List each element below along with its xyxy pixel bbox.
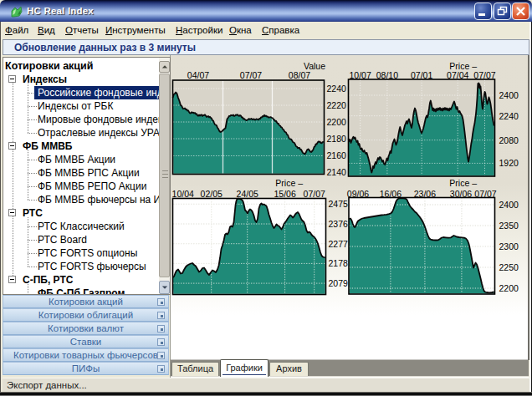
- svg-text:2080: 2080: [499, 135, 519, 145]
- svg-text:2400: 2400: [499, 90, 519, 100]
- svg-text:15/06: 15/06: [274, 189, 295, 199]
- svg-text:16/06: 16/06: [380, 189, 402, 199]
- svg-text:2350: 2350: [499, 221, 519, 231]
- svg-text:07/07: 07/07: [240, 70, 262, 80]
- svg-text:2277: 2277: [329, 239, 349, 249]
- svg-text:10/07: 10/07: [349, 70, 371, 80]
- svg-text:2300: 2300: [499, 241, 519, 251]
- svg-text:2140: 2140: [327, 167, 347, 177]
- svg-text:07/04: 07/04: [447, 70, 468, 80]
- svg-text:2240: 2240: [327, 84, 347, 94]
- svg-text:2200: 2200: [327, 117, 347, 127]
- svg-text:30/06: 30/06: [450, 189, 472, 199]
- svg-text:2475: 2475: [329, 199, 349, 209]
- svg-text:07/07: 07/07: [474, 189, 496, 199]
- svg-text:2376: 2376: [329, 219, 349, 229]
- svg-text:07/01: 07/01: [411, 70, 432, 80]
- svg-text:24/05: 24/05: [237, 189, 258, 199]
- svg-text:02/05: 02/05: [201, 189, 223, 199]
- svg-text:Price –: Price –: [275, 178, 303, 188]
- svg-text:1920: 1920: [499, 158, 519, 168]
- svg-text:2250: 2250: [499, 262, 519, 272]
- svg-text:2178: 2178: [329, 258, 349, 268]
- svg-text:2079: 2079: [329, 278, 349, 288]
- svg-text:08/10: 08/10: [376, 70, 398, 80]
- svg-text:2180: 2180: [327, 134, 347, 144]
- svg-text:09/06: 09/06: [347, 189, 369, 199]
- svg-text:07/07: 07/07: [473, 70, 495, 80]
- svg-text:2220: 2220: [327, 100, 347, 110]
- svg-text:08/07: 08/07: [289, 70, 310, 80]
- svg-text:10/04: 10/04: [172, 189, 194, 199]
- svg-text:Price –: Price –: [449, 178, 477, 188]
- svg-text:07/07: 07/07: [304, 189, 325, 199]
- svg-text:04/07: 04/07: [187, 70, 209, 80]
- svg-text:2200: 2200: [499, 283, 519, 293]
- svg-text:23/06: 23/06: [414, 189, 436, 199]
- svg-text:2160: 2160: [327, 150, 347, 160]
- svg-text:2400: 2400: [499, 200, 519, 210]
- svg-text:2240: 2240: [499, 111, 519, 121]
